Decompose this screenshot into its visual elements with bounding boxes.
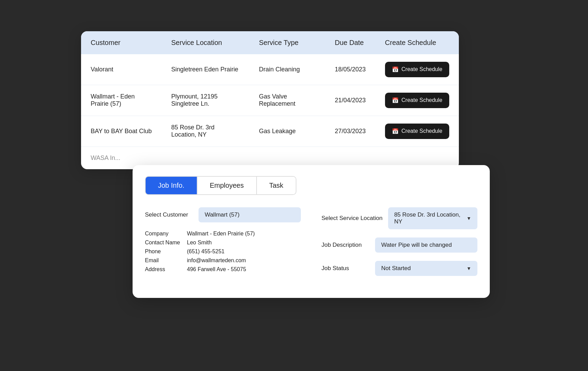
- cell-btn: 📅 Create Schedule: [375, 54, 459, 85]
- tab-employees[interactable]: Employees: [197, 177, 257, 194]
- cell-btn: 📅 Create Schedule: [375, 85, 459, 116]
- cell-due-date: 21/04/2023: [325, 85, 375, 116]
- cell-location: 85 Rose Dr. 3rd Location, NY: [162, 116, 249, 147]
- tab-task[interactable]: Task: [257, 177, 296, 194]
- job-status-label: Job Status: [321, 265, 370, 272]
- service-location-row: Select Service Location 85 Rose Dr. 3rd …: [321, 207, 477, 229]
- info-label-company: Company: [145, 231, 180, 237]
- tab-job-info[interactable]: Job Info.: [146, 177, 197, 194]
- info-value-company: Wallmart - Eden Prairie (57): [187, 231, 255, 237]
- table-row: Valorant Singletreen Eden Prairie Drain …: [81, 54, 459, 85]
- job-status-value: Not Started: [381, 265, 411, 272]
- info-label-email: Email: [145, 257, 180, 264]
- select-customer-row: Select Customer Wallmart (57): [145, 207, 301, 222]
- create-schedule-button-2[interactable]: 📅 Create Schedule: [385, 93, 449, 108]
- create-schedule-button-3[interactable]: 📅 Create Schedule: [385, 124, 449, 139]
- info-value-address: 496 Farwell Ave - 55075: [187, 266, 255, 273]
- job-status-row: Job Status Not Started ▼: [321, 261, 477, 276]
- cell-customer: Wallmart - Eden Prairie (57): [81, 85, 162, 116]
- info-label-phone: Phone: [145, 248, 180, 255]
- cell-location: Plymount, 12195 Singletree Ln.: [162, 85, 249, 116]
- create-schedule-button-1[interactable]: 📅 Create Schedule: [385, 62, 449, 77]
- modal-card: Job Info. Employees Task Select Customer…: [133, 165, 490, 298]
- select-customer-label: Select Customer: [145, 211, 193, 218]
- info-value-phone: (651) 455-5251: [187, 248, 255, 255]
- calendar-icon: 📅: [392, 97, 399, 104]
- job-status-dropdown[interactable]: Not Started ▼: [375, 261, 477, 276]
- tab-bar: Job Info. Employees Task: [145, 176, 296, 195]
- job-description-value[interactable]: Water Pipe will be changed: [375, 237, 477, 253]
- col-service-type: Service Type: [249, 31, 325, 54]
- table-row: Wallmart - Eden Prairie (57) Plymount, 1…: [81, 85, 459, 116]
- calendar-icon: 📅: [392, 66, 399, 73]
- table-card: Customer Service Location Service Type D…: [81, 31, 459, 169]
- service-location-label: Select Service Location: [321, 215, 383, 222]
- table-row: BAY to BAY Boat Club 85 Rose Dr. 3rd Loc…: [81, 116, 459, 147]
- dropdown-arrow-status: ▼: [466, 266, 471, 271]
- form-content: Select Customer Wallmart (57) Company Co…: [145, 207, 477, 284]
- col-customer: Customer: [81, 31, 162, 54]
- cell-service-type: Drain Cleaning: [249, 54, 325, 85]
- info-label-address: Address: [145, 266, 180, 273]
- info-value-email: info@wallmarteden.com: [187, 257, 255, 264]
- service-location-value: 85 Rose Dr. 3rd Location, NY: [394, 211, 466, 225]
- col-location: Service Location: [162, 31, 249, 54]
- cell-service-type: Gas Leakage: [249, 116, 325, 147]
- info-values: Wallmart - Eden Prairie (57) Leo Smith (…: [187, 231, 255, 273]
- customer-info-block: Company Contact Name Phone Email Address…: [145, 231, 301, 273]
- calendar-icon: 📅: [392, 128, 399, 135]
- cell-due-date: 18/05/2023: [325, 54, 375, 85]
- cell-due-date: 27/03/2023: [325, 116, 375, 147]
- service-location-dropdown[interactable]: 85 Rose Dr. 3rd Location, NY ▼: [388, 207, 477, 229]
- job-description-row: Job Description Water Pipe will be chang…: [321, 237, 477, 253]
- info-label-contact: Contact Name: [145, 240, 180, 246]
- cell-location: Singletreen Eden Prairie: [162, 54, 249, 85]
- info-labels: Company Contact Name Phone Email Address: [145, 231, 180, 273]
- info-value-contact: Leo Smith: [187, 240, 255, 246]
- form-left: Select Customer Wallmart (57) Company Co…: [145, 207, 301, 284]
- col-due-date: Due Date: [325, 31, 375, 54]
- dropdown-arrow-location: ▼: [466, 216, 471, 221]
- cell-service-type: Gas Valve Replacement: [249, 85, 325, 116]
- job-description-label: Job Description: [321, 242, 370, 248]
- service-table: Customer Service Location Service Type D…: [81, 31, 459, 169]
- cell-customer: BAY to BAY Boat Club: [81, 116, 162, 147]
- cell-customer: Valorant: [81, 54, 162, 85]
- form-right: Select Service Location 85 Rose Dr. 3rd …: [321, 207, 477, 284]
- cell-btn: 📅 Create Schedule: [375, 116, 459, 147]
- select-customer-value[interactable]: Wallmart (57): [199, 207, 301, 222]
- col-create-schedule: Create Schedule: [375, 31, 459, 54]
